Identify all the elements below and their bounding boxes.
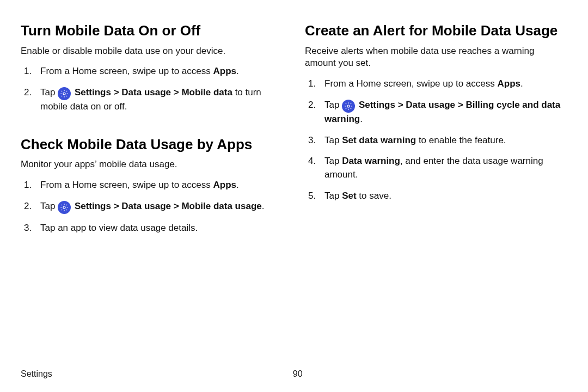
content-columns: Turn Mobile Data On or Off Enable or dis…: [21, 22, 567, 242]
step-text: From a Home screen, swipe up to access: [324, 78, 497, 89]
chevron-separator: >: [455, 100, 465, 110]
chevron-separator: >: [171, 201, 181, 211]
step-item: Tap Data warning, and enter the data usa…: [305, 155, 567, 181]
step-text: From a Home screen, swipe up to access: [40, 66, 213, 76]
step-text: From a Home screen, swipe up to access: [40, 180, 213, 190]
footer-section-label: Settings: [21, 369, 52, 379]
settings-gear-icon: [58, 201, 71, 214]
right-column: Create an Alert for Mobile Data Usage Re…: [305, 22, 567, 242]
steps-turn-mobile-data: From a Home screen, swipe up to access A…: [21, 65, 283, 113]
step-text: Tap: [324, 156, 342, 166]
chevron-separator: >: [395, 100, 406, 110]
data-usage-label: Data usage: [121, 201, 171, 211]
step-text: to enable the feature.: [416, 135, 506, 145]
left-column: Turn Mobile Data On or Off Enable or dis…: [21, 22, 283, 242]
chevron-separator: >: [171, 87, 181, 97]
step-text: Tap an app to view data usage details.: [40, 223, 198, 233]
intro-create-alert: Receive alerts when mobile data use reac…: [305, 45, 567, 70]
step-item: From a Home screen, swipe up to access A…: [21, 65, 283, 78]
step-item: Tap Settings > Data usage > Mobile data …: [21, 200, 283, 214]
step-text: .: [520, 78, 523, 89]
data-usage-label: Data usage: [406, 100, 455, 110]
step-text: Tap: [324, 191, 342, 201]
step-text: .: [236, 66, 239, 76]
set-label: Set: [342, 191, 356, 201]
step-item: Tap Settings > Data usage > Mobile data …: [21, 86, 283, 114]
step-item: Tap Settings > Data usage > Billing cycl…: [305, 99, 567, 126]
chevron-separator: >: [111, 87, 121, 97]
heading-create-alert: Create an Alert for Mobile Data Usage: [305, 22, 567, 40]
step-text: .: [236, 180, 239, 190]
data-usage-label: Data usage: [121, 87, 171, 97]
steps-check-usage: From a Home screen, swipe up to access A…: [21, 179, 283, 235]
svg-point-2: [347, 105, 350, 107]
step-text: .: [360, 114, 363, 124]
set-data-warning-label: Set data warning: [342, 135, 416, 145]
steps-create-alert: From a Home screen, swipe up to access A…: [305, 77, 567, 203]
step-item: Tap Set data warning to enable the featu…: [305, 134, 567, 148]
svg-point-1: [63, 206, 65, 209]
settings-gear-icon: [342, 100, 355, 113]
intro-check-usage: Monitor your apps’ mobile data usage.: [21, 158, 283, 171]
heading-turn-mobile-data: Turn Mobile Data On or Off: [21, 22, 283, 40]
step-item: From a Home screen, swipe up to access A…: [21, 179, 283, 192]
svg-point-0: [63, 93, 65, 95]
step-item: From a Home screen, swipe up to access A…: [305, 77, 567, 91]
step-text: Tap: [324, 100, 342, 110]
page-footer: Settings 90: [21, 369, 567, 379]
footer-page-number: 90: [293, 369, 303, 379]
step-item: Tap an app to view data usage details.: [21, 222, 283, 235]
apps-label: Apps: [497, 78, 520, 89]
mobile-data-usage-label: Mobile data usage: [181, 201, 261, 211]
settings-label: Settings: [75, 201, 111, 211]
step-text: Tap: [40, 87, 58, 97]
heading-check-usage: Check Mobile Data Usage by Apps: [21, 136, 283, 154]
step-item: Tap Set to save.: [305, 189, 567, 203]
mobile-data-label: Mobile data: [181, 87, 232, 97]
settings-gear-icon: [58, 87, 71, 100]
settings-label: Settings: [359, 100, 395, 110]
chevron-separator: >: [111, 201, 121, 211]
step-text: to save.: [357, 191, 391, 201]
apps-label: Apps: [213, 180, 236, 190]
step-text: Tap: [40, 201, 58, 211]
intro-turn-mobile-data: Enable or disable mobile data use on you…: [21, 45, 283, 58]
settings-label: Settings: [75, 87, 111, 97]
data-warning-label: Data warning: [342, 156, 400, 166]
step-text: .: [262, 201, 265, 211]
step-text: Tap: [324, 135, 342, 145]
apps-label: Apps: [213, 66, 236, 76]
